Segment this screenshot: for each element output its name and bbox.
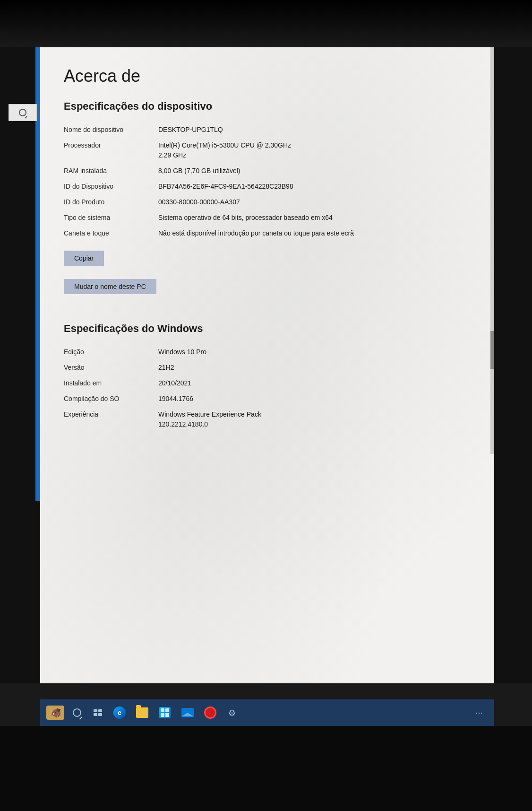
- field-label: Instalado em: [64, 375, 158, 391]
- table-row: EdiçãoWindows 10 Pro: [64, 344, 471, 360]
- field-value: DESKTOP-UPG1TLQ: [158, 122, 471, 138]
- field-label: Versão: [64, 360, 158, 375]
- task-view-button[interactable]: [89, 704, 106, 721]
- copy-button[interactable]: Copiar: [64, 251, 104, 266]
- taskbar-system-tray: ⋯: [475, 708, 490, 717]
- taskbar-edge[interactable]: e: [109, 702, 130, 723]
- field-label: Experiência: [64, 407, 158, 432]
- start-icon: 🐗: [46, 706, 64, 720]
- table-row: Versão21H2: [64, 360, 471, 375]
- taskbar-mail[interactable]: [177, 702, 198, 723]
- device-specs-title: Especificações do dispositivo: [64, 100, 471, 113]
- field-value: Windows 10 Pro: [158, 344, 471, 360]
- rename-pc-button[interactable]: Mudar o nome deste PC: [64, 279, 156, 294]
- windows-specs-table: EdiçãoWindows 10 ProVersão21H2Instalado …: [64, 344, 471, 432]
- table-row: Nome do dispositivoDESKTOP-UPG1TLQ: [64, 122, 471, 138]
- field-label: ID do Dispositivo: [64, 179, 158, 194]
- field-value: BFB74A56-2E6F-4FC9-9EA1-564228C23B98: [158, 179, 471, 194]
- field-label: Edição: [64, 344, 158, 360]
- table-row: ID do DispositivoBFB74A56-2E6F-4FC9-9EA1…: [64, 179, 471, 194]
- field-label: Nome do dispositivo: [64, 122, 158, 138]
- field-value: 00330-80000-00000-AA307: [158, 194, 471, 210]
- taskbar-file-explorer[interactable]: [132, 702, 153, 723]
- taskbar: 🐗 e ⋯: [40, 699, 494, 726]
- field-value: Windows Feature Experience Pack 120.2212…: [158, 407, 471, 432]
- mail-icon: [181, 708, 194, 717]
- table-row: Tipo de sistemaSistema operativo de 64 b…: [64, 210, 471, 226]
- field-value: Sistema operativo de 64 bits, processado…: [158, 210, 471, 226]
- store-icon: [159, 707, 171, 718]
- taskbar-overflow-icon[interactable]: ⋯: [475, 708, 483, 717]
- field-label: ID do Produto: [64, 194, 158, 210]
- field-value: 8,00 GB (7,70 GB utilizável): [158, 163, 471, 179]
- device-specs-table: Nome do dispositivoDESKTOP-UPG1TLQProces…: [64, 122, 471, 241]
- opera-icon: [204, 706, 216, 719]
- page-title: Acerca de: [64, 66, 471, 86]
- field-value: 19044.1766: [158, 391, 471, 407]
- taskbar-settings[interactable]: [223, 702, 243, 723]
- field-value: Não está disponível introdução por canet…: [158, 226, 471, 241]
- field-label: RAM instalada: [64, 163, 158, 179]
- table-row: ID do Produto00330-80000-00000-AA307: [64, 194, 471, 210]
- scrollbar-thumb[interactable]: [490, 331, 494, 369]
- taskbar-opera[interactable]: [200, 702, 221, 723]
- field-label: Tipo de sistema: [64, 210, 158, 226]
- windows-specs-title: Especificações do Windows: [64, 323, 471, 335]
- field-label: Caneta e toque: [64, 226, 158, 241]
- taskbar-store[interactable]: [154, 702, 175, 723]
- edge-icon: e: [113, 706, 126, 719]
- table-row: Caneta e toqueNão está disponível introd…: [64, 226, 471, 241]
- start-button[interactable]: 🐗: [44, 699, 67, 726]
- left-dark-frame: [0, 47, 40, 683]
- right-dark-frame: [494, 47, 532, 683]
- folder-icon: [136, 707, 148, 718]
- taskbar-search-button[interactable]: [69, 704, 86, 721]
- sidebar-search-box[interactable]: [9, 104, 37, 121]
- scrollbar[interactable]: [490, 47, 494, 454]
- task-view-icon: [94, 709, 102, 716]
- search-icon: [19, 109, 26, 116]
- top-dark-frame: [0, 0, 532, 47]
- field-label: Processador: [64, 138, 158, 163]
- table-row: ExperiênciaWindows Feature Experience Pa…: [64, 407, 471, 432]
- field-value: 21H2: [158, 360, 471, 375]
- field-value: 20/10/2021: [158, 375, 471, 391]
- settings-gear-icon: [227, 707, 239, 718]
- table-row: ProcessadorIntel(R) Core(TM) i5-5300U CP…: [64, 138, 471, 163]
- settings-panel: Acerca de Especificações do dispositivo …: [40, 47, 494, 683]
- field-value: Intel(R) Core(TM) i5-5300U CPU @ 2.30GHz…: [158, 138, 471, 163]
- table-row: Compilação do SO19044.1766: [64, 391, 471, 407]
- table-row: Instalado em20/10/2021: [64, 375, 471, 391]
- field-label: Compilação do SO: [64, 391, 158, 407]
- table-row: RAM instalada8,00 GB (7,70 GB utilizável…: [64, 163, 471, 179]
- taskbar-search-icon: [73, 708, 81, 717]
- bottom-dark-frame: [0, 726, 532, 811]
